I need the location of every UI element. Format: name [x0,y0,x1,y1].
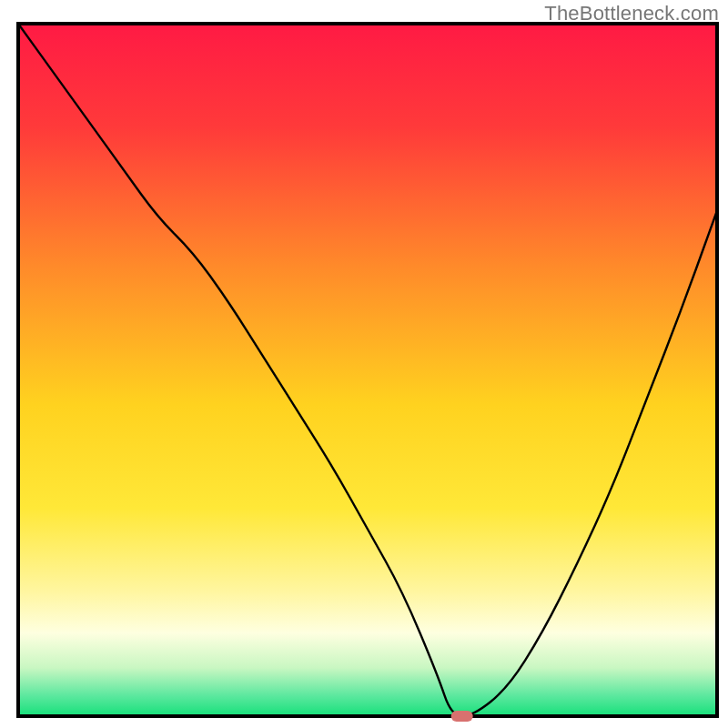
plot-background [18,24,717,716]
chart-container: TheBottleneck.com [0,0,728,728]
optimal-marker [451,711,473,722]
bottleneck-chart [0,0,728,728]
watermark-text: TheBottleneck.com [544,2,719,25]
